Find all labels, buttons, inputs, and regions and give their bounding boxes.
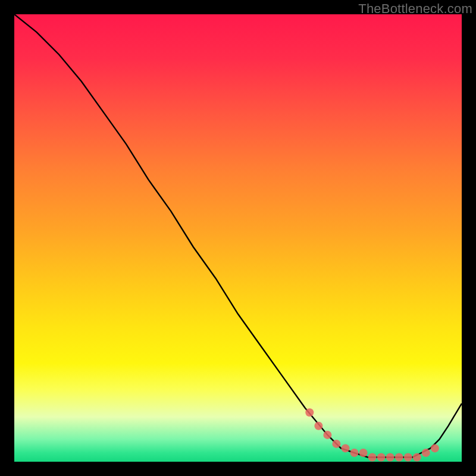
chart-marker — [431, 444, 439, 452]
chart-marker — [314, 422, 322, 430]
watermark-text: TheBottleneck.com — [358, 1, 472, 17]
plot-area — [14, 14, 462, 462]
chart-marker — [350, 449, 359, 457]
chart-marker — [422, 449, 430, 457]
chart-marker — [368, 453, 377, 462]
chart-line-group — [14, 14, 462, 458]
chart-marker — [413, 453, 421, 462]
chart-marker — [377, 453, 386, 462]
chart-marker — [386, 453, 394, 462]
chart-marker — [395, 453, 403, 462]
chart-marker — [332, 440, 340, 448]
chart-marker — [305, 408, 314, 416]
chart-line — [14, 14, 462, 458]
chart-svg — [14, 14, 462, 462]
chart-marker — [323, 431, 331, 439]
chart-marker — [404, 453, 412, 462]
chart-marker — [359, 449, 368, 457]
chart-frame: TheBottleneck.com — [0, 0, 476, 476]
chart-marker — [342, 444, 350, 452]
